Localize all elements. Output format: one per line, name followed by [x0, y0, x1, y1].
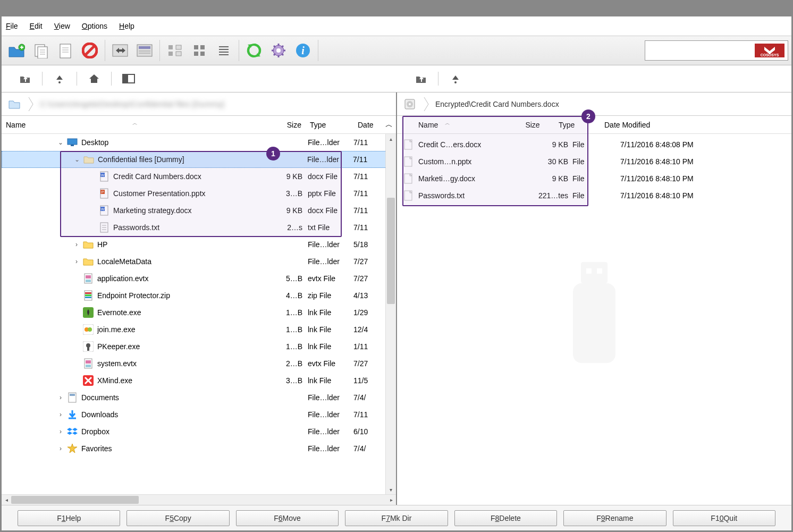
- file-date: 7/11: [353, 206, 385, 215]
- scroll-right-icon[interactable]: ▸: [386, 495, 396, 505]
- expander-icon[interactable]: ›: [55, 411, 66, 418]
- file-row[interactable]: ›LocaleMetaDataFile…lder7/27: [2, 253, 396, 270]
- up-folder-button-left[interactable]: [18, 71, 32, 86]
- svg-rect-79: [85, 292, 91, 294]
- file-row[interactable]: WCredit Card Numbers.docx9 KBdocx File7/…: [2, 168, 396, 185]
- col-size[interactable]: Size: [509, 121, 556, 129]
- file-type-icon: [82, 341, 94, 352]
- up-folder-button-right[interactable]: [414, 71, 428, 86]
- left-file-list[interactable]: ⌄DesktopFile…lder7/11⌄Confidential files…: [2, 134, 396, 494]
- swap-panes-button[interactable]: [108, 39, 132, 62]
- view-tree-button[interactable]: [163, 39, 187, 62]
- file-row[interactable]: ›HPFile…lder5/18: [2, 236, 396, 253]
- expander-icon[interactable]: ›: [55, 445, 66, 452]
- goto-root-button-right[interactable]: [448, 71, 463, 86]
- col-size[interactable]: Size: [268, 121, 306, 129]
- file-type: File…lder: [306, 393, 353, 402]
- document-icon: [58, 43, 72, 58]
- scroll-thumb-h[interactable]: [11, 496, 139, 504]
- file-type: lnk File: [306, 308, 353, 317]
- file-row[interactable]: Evernote.exe1…Blnk File1/29: [2, 304, 396, 321]
- file-row[interactable]: ⌄Confidential files [Dummy]File…lder7/11: [2, 151, 396, 168]
- file-row[interactable]: Custom…n.pptx30 KBFile7/11/2016 8:48:10 …: [402, 153, 786, 170]
- file-type-icon: [66, 392, 78, 403]
- col-type[interactable]: Type: [306, 121, 353, 129]
- file-row[interactable]: XMind.exe3…Blnk File11/5: [2, 372, 396, 389]
- expander-icon[interactable]: ›: [71, 241, 82, 248]
- view-icons-button[interactable]: [188, 39, 211, 62]
- file-row[interactable]: system.evtx2…Bevtx File7/27: [2, 355, 396, 372]
- menu-help[interactable]: Help: [119, 22, 134, 30]
- file-row[interactable]: Credit C…ers.docx9 KBFile7/11/2016 8:48:…: [402, 136, 786, 153]
- file-row[interactable]: ›DropboxFile…lder6/10: [2, 423, 396, 440]
- file-type: File: [572, 191, 604, 200]
- new-folder-button[interactable]: [5, 39, 28, 62]
- col-date[interactable]: Date Modified: [588, 121, 786, 129]
- file-row[interactable]: ›FavoritesFile…lder7/4/: [2, 440, 396, 457]
- scroll-thumb[interactable]: [387, 198, 395, 304]
- right-file-list[interactable]: Credit C…ers.docx9 KBFile7/11/2016 8:48:…: [397, 134, 791, 206]
- f10-quit-button[interactable]: F10 Quit: [673, 510, 775, 526]
- file-row[interactable]: Marketi…gy.docx9 KBFile7/11/2016 8:48:10…: [402, 170, 786, 187]
- menu-edit[interactable]: Edit: [30, 22, 43, 30]
- scroll-up-icon[interactable]: ▴: [386, 134, 396, 143]
- f1-help-button[interactable]: F1 Help: [18, 510, 120, 526]
- view-list-button[interactable]: [212, 39, 235, 62]
- file-type-icon: P: [98, 188, 110, 199]
- f6-move-button[interactable]: F6 Move: [236, 510, 339, 526]
- expander-icon[interactable]: ›: [55, 428, 66, 435]
- file-row[interactable]: join.me.exe1…Blnk File12/4: [2, 321, 396, 338]
- home-button-left[interactable]: [87, 71, 102, 86]
- split-view-button-left[interactable]: [121, 71, 136, 86]
- expander-icon[interactable]: ⌄: [71, 156, 83, 163]
- f9-rename-button[interactable]: F9 Rename: [563, 510, 666, 526]
- refresh-button[interactable]: [242, 39, 266, 62]
- col-name[interactable]: Name︿: [402, 121, 509, 129]
- search-box[interactable]: COSOSYS: [645, 40, 788, 61]
- scroll-left-icon[interactable]: ◂: [2, 495, 11, 505]
- svg-text:COSOSYS: COSOSYS: [761, 53, 779, 57]
- expander-icon[interactable]: ›: [71, 258, 82, 265]
- col-name[interactable]: Name︿: [2, 121, 268, 129]
- col-date[interactable]: Date︿: [353, 121, 385, 129]
- file-row[interactable]: PKeeper.exe1…Blnk File1/11: [2, 338, 396, 355]
- file-row[interactable]: ›DocumentsFile…lder7/4/: [2, 389, 396, 406]
- info-button[interactable]: i: [291, 39, 315, 62]
- menu-view[interactable]: View: [54, 22, 70, 30]
- settings-button[interactable]: [267, 39, 290, 62]
- left-breadcrumb[interactable]: C:\Users\Angela\Desktop\Confidential fil…: [2, 92, 396, 116]
- menu-file[interactable]: File: [6, 22, 18, 30]
- file-type: File…lder: [306, 138, 353, 147]
- f5-copy-button[interactable]: F5 Copy: [126, 510, 229, 526]
- file-row[interactable]: Passwords.txt221…tesFile7/11/2016 8:48:1…: [402, 187, 786, 204]
- copy-button[interactable]: [29, 39, 53, 62]
- file-row[interactable]: ›DownloadsFile…lder7/11: [2, 406, 396, 423]
- file-row[interactable]: PCustomer Presentation.pptx3…Bpptx File7…: [2, 185, 396, 202]
- left-scrollbar-v[interactable]: ▴ ▾: [385, 134, 396, 494]
- expander-icon[interactable]: ›: [55, 394, 66, 401]
- left-scrollbar-h[interactable]: ◂ ▸: [2, 494, 396, 505]
- goto-root-button-left[interactable]: [52, 71, 67, 86]
- f7-mkdir-button[interactable]: F7 Mk Dir: [345, 510, 448, 526]
- file-row[interactable]: WMarketing strategy.docx9 KBdocx File7/1…: [2, 202, 396, 219]
- svg-rect-80: [85, 294, 91, 296]
- file-name: Customer Presentation.pptx: [113, 189, 268, 198]
- f8-delete-button[interactable]: F8 Delete: [454, 510, 557, 526]
- file-type: zip File: [306, 291, 353, 300]
- file-row[interactable]: ⌄DesktopFile…lder7/11: [2, 134, 396, 151]
- menu-options[interactable]: Options: [82, 22, 107, 30]
- file-row[interactable]: application.evtx5…Bevtx File7/27: [2, 270, 396, 287]
- file-date: 7/11: [353, 410, 385, 419]
- paste-button[interactable]: [54, 39, 77, 62]
- delete-button[interactable]: [78, 39, 102, 62]
- file-date: 7/4/: [353, 444, 385, 453]
- file-row[interactable]: Passwords.txt2…stxt File7/11: [2, 219, 396, 236]
- file-name: application.evtx: [97, 274, 268, 283]
- svg-rect-90: [86, 360, 91, 364]
- view-details-button[interactable]: [133, 39, 156, 62]
- expander-icon[interactable]: ⌄: [55, 139, 66, 146]
- file-row[interactable]: Endpoint Protector.zip4…Bzip File4/13: [2, 287, 396, 304]
- scroll-down-icon[interactable]: ▾: [386, 485, 396, 494]
- details-view-icon: [136, 44, 153, 57]
- svg-point-98: [409, 103, 411, 105]
